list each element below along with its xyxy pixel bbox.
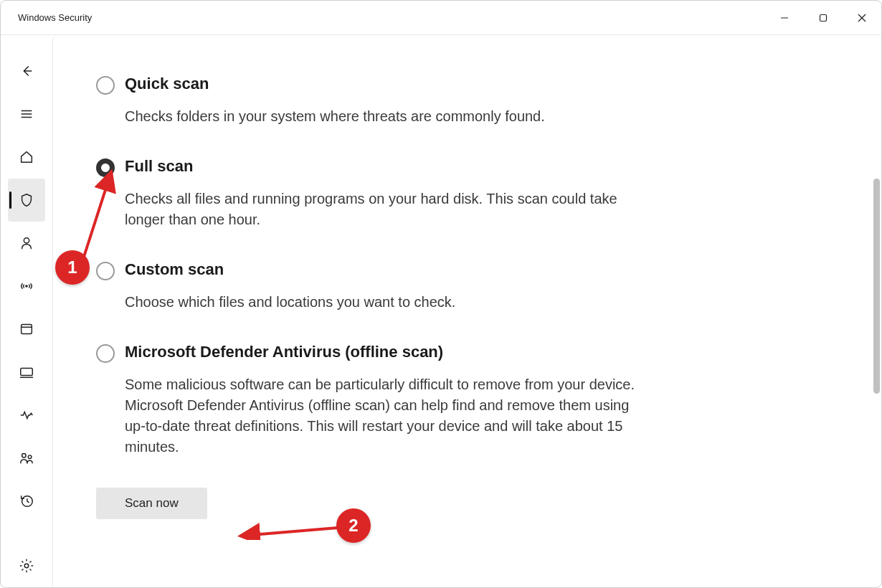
sidebar-firewall[interactable] [8, 265, 45, 308]
option-description: Choose which files and locations you wan… [125, 292, 641, 313]
titlebar: Windows Security [1, 1, 881, 35]
radio-full-scan[interactable] [96, 158, 115, 177]
radio-custom-scan[interactable] [96, 262, 115, 280]
option-title: Full scan [125, 157, 641, 176]
menu-button[interactable] [8, 93, 45, 136]
svg-point-14 [28, 455, 32, 459]
radio-offline-scan[interactable] [96, 344, 115, 363]
scrollbar-thumb[interactable] [873, 179, 880, 394]
window-controls [765, 1, 881, 34]
svg-rect-1 [820, 14, 827, 21]
minimize-button[interactable] [765, 1, 804, 34]
annotation-badge-1: 1 [55, 250, 90, 285]
maximize-button[interactable] [804, 1, 843, 34]
scan-option-quick: Quick scan Checks folders in your system… [96, 75, 641, 127]
window-title: Windows Security [18, 12, 92, 23]
option-description: Checks all files and running programs on… [125, 189, 641, 230]
option-title: Microsoft Defender Antivirus (offline sc… [125, 343, 641, 361]
option-title: Quick scan [125, 75, 641, 93]
option-title: Custom scan [125, 260, 641, 279]
scan-options-panel: Quick scan Checks folders in your system… [53, 35, 881, 587]
svg-point-7 [24, 238, 29, 243]
scan-option-offline: Microsoft Defender Antivirus (offline sc… [96, 343, 641, 457]
scan-now-button[interactable]: Scan now [96, 488, 207, 519]
svg-rect-11 [21, 369, 33, 376]
sidebar-device-security[interactable] [8, 351, 45, 394]
scan-option-full: Full scan Checks all files and running p… [96, 157, 641, 230]
sidebar-protection-history[interactable] [8, 480, 45, 523]
sidebar-settings[interactable] [8, 544, 45, 587]
option-description: Some malicious software can be particula… [125, 374, 641, 457]
back-button[interactable] [8, 49, 45, 93]
svg-point-8 [25, 285, 28, 288]
close-button[interactable] [843, 1, 881, 34]
sidebar-home[interactable] [8, 136, 45, 179]
svg-point-16 [24, 564, 29, 568]
option-description: Checks folders in your system where thre… [125, 106, 641, 127]
sidebar-family-options[interactable] [8, 437, 45, 480]
scan-option-custom: Custom scan Choose which files and locat… [96, 260, 641, 313]
sidebar-virus-protection[interactable] [8, 179, 45, 222]
shield-icon [19, 192, 34, 208]
sidebar-device-performance[interactable] [8, 394, 45, 437]
radio-quick-scan[interactable] [96, 76, 115, 95]
scrollbar[interactable] [871, 35, 881, 587]
sidebar-app-browser-control[interactable] [8, 308, 45, 351]
svg-rect-9 [22, 325, 32, 334]
annotation-badge-2: 2 [336, 508, 371, 543]
svg-point-13 [22, 454, 26, 458]
sidebar [1, 35, 52, 587]
sidebar-account-protection[interactable] [8, 222, 45, 265]
